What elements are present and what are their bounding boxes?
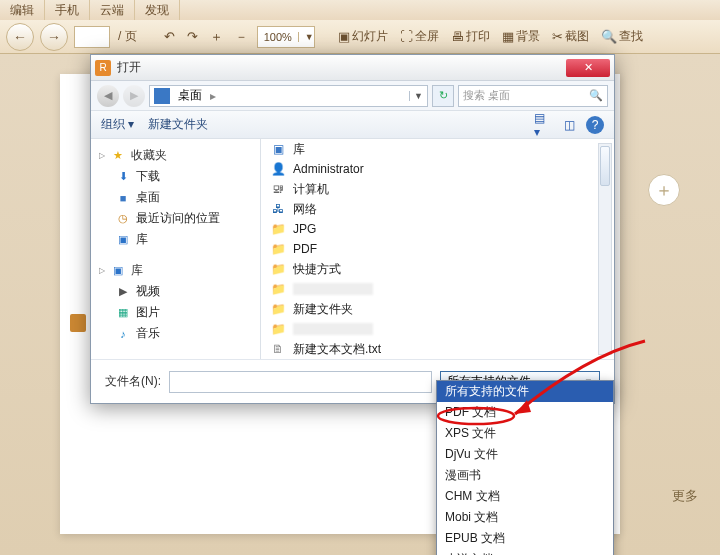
- list-item[interactable]: 📁: [261, 279, 614, 299]
- file-icon: 📁: [269, 301, 287, 317]
- refresh-button[interactable]: ↻: [432, 85, 454, 107]
- file-name: Administrator: [293, 162, 594, 176]
- zoom-in-button[interactable]: ＋: [207, 28, 226, 46]
- sidebar-library-header[interactable]: ▷▣库: [91, 260, 260, 281]
- filter-option[interactable]: CHM 文档: [437, 486, 613, 507]
- app-menubar: 编辑 手机 云端 发现: [0, 0, 720, 20]
- file-name: 新建文本文档.txt: [293, 341, 594, 358]
- file-icon: 🖳: [269, 181, 287, 197]
- list-item[interactable]: 📁JPG: [261, 219, 614, 239]
- scrollbar[interactable]: [598, 143, 612, 355]
- sidebar-item-desktop[interactable]: ■桌面: [91, 187, 260, 208]
- file-name: 网络: [293, 201, 594, 218]
- page-number-input[interactable]: [74, 26, 110, 48]
- filter-option[interactable]: XPS 文件: [437, 423, 613, 444]
- help-button[interactable]: ?: [586, 116, 604, 134]
- list-item[interactable]: 📁PDF: [261, 239, 614, 259]
- zoom-select[interactable]: 100%▼: [257, 26, 315, 48]
- menubar-tab[interactable]: 手机: [45, 0, 90, 20]
- picture-icon: ▦: [115, 306, 131, 320]
- redacted-text: [293, 323, 373, 335]
- file-list[interactable]: ▣库👤Administrator🖳计算机🖧网络📁JPG📁PDF📁快捷方式📁📁新建…: [261, 139, 614, 359]
- list-item[interactable]: 📁: [261, 319, 614, 339]
- app-icon: R: [95, 60, 111, 76]
- find-button[interactable]: 🔍查找: [598, 28, 646, 45]
- sidebar-item-recent[interactable]: ◷最近访问的位置: [91, 208, 260, 229]
- filetype-dropdown[interactable]: 所有支持的文件PDF 文档XPS 文件DjVu 文件漫画书CHM 文档Mobi …: [436, 380, 614, 555]
- chevron-right-icon[interactable]: ▸: [206, 89, 220, 103]
- dialog-toolbar: 组织 ▾ 新建文件夹 ▤ ▾ ◫ ?: [91, 111, 614, 139]
- list-item[interactable]: 👤Administrator: [261, 159, 614, 179]
- print-button[interactable]: 🖶打印: [448, 28, 493, 45]
- sidebar-item-music[interactable]: ♪音乐: [91, 323, 260, 344]
- filter-option[interactable]: EPUB 文档: [437, 528, 613, 549]
- view-mode-button[interactable]: ▤ ▾: [534, 116, 552, 134]
- search-icon: 🔍: [601, 29, 617, 44]
- filename-label: 文件名(N):: [105, 373, 161, 390]
- menubar-tab[interactable]: 发现: [135, 0, 180, 20]
- screenshot-button[interactable]: ✂截图: [549, 28, 592, 45]
- menubar-tab[interactable]: 云端: [90, 0, 135, 20]
- list-item[interactable]: 🖳计算机: [261, 179, 614, 199]
- scrollbar-thumb[interactable]: [600, 146, 610, 186]
- search-input[interactable]: 搜索 桌面 🔍: [458, 85, 608, 107]
- preview-pane-button[interactable]: ◫: [560, 116, 578, 134]
- filter-option[interactable]: DjVu 文件: [437, 444, 613, 465]
- list-item[interactable]: 🖧网络: [261, 199, 614, 219]
- background-icon: ▦: [502, 29, 514, 44]
- dialog-sidebar: ▷★收藏夹 ⬇下载 ■桌面 ◷最近访问的位置 ▣库 ▷▣库 ▶视频 ▦图片 ♪音…: [91, 139, 261, 359]
- file-icon: 📁: [269, 241, 287, 257]
- file-icon: 🗎: [269, 341, 287, 357]
- file-icon: 📁: [269, 261, 287, 277]
- forward-button[interactable]: →: [40, 23, 68, 51]
- library-icon: ▣: [115, 233, 131, 247]
- fullscreen-icon: ⛶: [400, 29, 413, 44]
- file-name: 计算机: [293, 181, 594, 198]
- more-link[interactable]: 更多: [672, 487, 698, 505]
- pdf-icon: [70, 314, 86, 332]
- file-name: 库: [293, 141, 594, 158]
- slideshow-button[interactable]: ▣幻灯片: [335, 28, 391, 45]
- list-item[interactable]: 🗎新建文本文档.txt: [261, 339, 614, 359]
- breadcrumb[interactable]: 桌面 ▸ ▼: [149, 85, 428, 107]
- file-icon: 📁: [269, 281, 287, 297]
- crumb-desktop[interactable]: 桌面: [174, 87, 206, 104]
- dialog-titlebar[interactable]: R 打开 ✕: [91, 55, 614, 81]
- filter-option[interactable]: 漫画书: [437, 465, 613, 486]
- add-button[interactable]: ＋: [648, 174, 680, 206]
- background-button[interactable]: ▦背景: [499, 28, 543, 45]
- desktop-icon: ■: [115, 191, 131, 205]
- sidebar-item-libs[interactable]: ▣库: [91, 229, 260, 250]
- sidebar-item-video[interactable]: ▶视频: [91, 281, 260, 302]
- filter-option[interactable]: PDF 文档: [437, 402, 613, 423]
- list-item[interactable]: 📁快捷方式: [261, 259, 614, 279]
- path-back-button[interactable]: ◀: [97, 85, 119, 107]
- star-icon: ★: [110, 149, 126, 163]
- video-icon: ▶: [115, 285, 131, 299]
- fullscreen-button[interactable]: ⛶全屏: [397, 28, 442, 45]
- file-name: PDF: [293, 242, 594, 256]
- new-folder-button[interactable]: 新建文件夹: [148, 116, 208, 133]
- undo-button[interactable]: ↶: [161, 29, 178, 44]
- print-icon: 🖶: [451, 29, 464, 44]
- sidebar-favorites-header[interactable]: ▷★收藏夹: [91, 145, 260, 166]
- crumb-dropdown[interactable]: ▼: [409, 91, 427, 101]
- filename-input[interactable]: [169, 371, 432, 393]
- filter-option[interactable]: 小说文档: [437, 549, 613, 555]
- sidebar-item-downloads[interactable]: ⬇下载: [91, 166, 260, 187]
- organize-menu[interactable]: 组织 ▾: [101, 116, 134, 133]
- sidebar-item-pictures[interactable]: ▦图片: [91, 302, 260, 323]
- path-forward-button[interactable]: ▶: [123, 85, 145, 107]
- menubar-tab[interactable]: 编辑: [0, 0, 45, 20]
- filter-option[interactable]: Mobi 文档: [437, 507, 613, 528]
- list-item[interactable]: 📁新建文件夹: [261, 299, 614, 319]
- back-button[interactable]: ←: [6, 23, 34, 51]
- redo-button[interactable]: ↷: [184, 29, 201, 44]
- search-icon: 🔍: [589, 89, 603, 102]
- zoom-out-button[interactable]: －: [232, 28, 251, 46]
- close-button[interactable]: ✕: [566, 59, 610, 77]
- recent-icon: ◷: [115, 212, 131, 226]
- list-item[interactable]: ▣库: [261, 139, 614, 159]
- main-toolbar: ← → / 页 ↶ ↷ ＋ － 100%▼ ▣幻灯片 ⛶全屏 🖶打印 ▦背景 ✂…: [0, 20, 720, 54]
- filter-option[interactable]: 所有支持的文件: [437, 381, 613, 402]
